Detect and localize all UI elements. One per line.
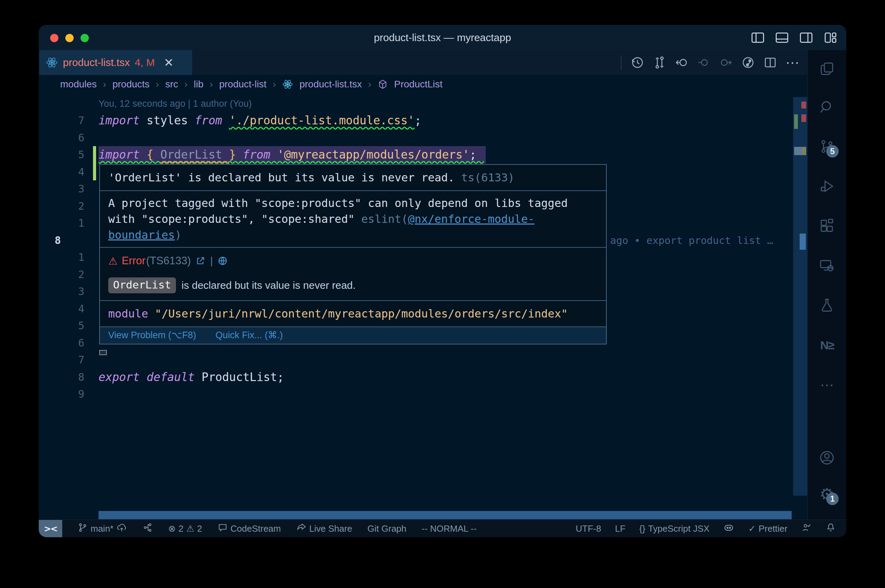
run-debug-icon[interactable]: [819, 178, 835, 195]
open-external-icon[interactable]: [195, 255, 206, 266]
error-header-row: ⚠ Error (TS6133) |: [108, 255, 598, 267]
more-actions-icon[interactable]: ⋯: [786, 56, 799, 69]
line-number: 7: [53, 351, 84, 369]
vertical-scrollbar[interactable]: [793, 97, 808, 496]
toggle-panel-icon[interactable]: [775, 32, 789, 44]
cloud-upload-icon: [116, 522, 127, 536]
layout-controls: [751, 25, 837, 50]
breadcrumb-item-product-list[interactable]: product-list: [219, 79, 266, 90]
line-number: 3: [53, 180, 84, 198]
additional-views-icon[interactable]: ⋯: [819, 376, 835, 393]
copilot-icon: [723, 522, 734, 536]
globe-icon[interactable]: [217, 255, 228, 266]
timeline-history-icon[interactable]: [631, 56, 645, 69]
git-branch-item[interactable]: main*: [77, 522, 127, 536]
line-number: 3: [53, 283, 84, 300]
breadcrumb-chevron-icon: ›: [368, 79, 371, 90]
remote-indicator[interactable]: ><: [39, 520, 62, 537]
horizontal-scrollbar[interactable]: [99, 511, 792, 519]
ruler-error-mark: [801, 114, 806, 122]
settings-badge: 1: [826, 493, 839, 505]
react-file-icon: [46, 56, 58, 69]
quick-fix-button[interactable]: Quick Fix... (⌘.): [215, 330, 283, 340]
explorer-icon[interactable]: [819, 60, 835, 77]
tab-product-list[interactable]: product-list.tsx 4, M ✕: [39, 50, 192, 75]
git-graph-item[interactable]: Git Graph: [368, 524, 407, 534]
search-icon[interactable]: [819, 99, 835, 115]
settings-gear-icon[interactable]: ⚙ 1: [819, 486, 835, 502]
close-tab-icon[interactable]: ✕: [164, 57, 174, 68]
tooltip-resize-grip[interactable]: [99, 350, 107, 355]
extensions-icon[interactable]: [819, 218, 835, 234]
customize-layout-icon[interactable]: [823, 32, 837, 44]
problems-item[interactable]: ⊗ 2 ⚠ 2: [168, 524, 202, 534]
next-change-icon[interactable]: [719, 56, 733, 69]
code-row[interactable]: 9: [39, 386, 805, 403]
nx-console-icon[interactable]: N≥: [819, 337, 835, 353]
ruler-added-mark: [794, 114, 798, 129]
editor-actions: ⋯: [621, 50, 799, 75]
tab-bar: product-list.tsx 4, M ✕ ⋯: [39, 50, 808, 75]
line-number: 2: [53, 198, 84, 215]
maximize-window-button[interactable]: [81, 34, 89, 42]
errors-icon: ⊗: [168, 524, 176, 534]
status-right: UTF-8 LF {} TypeScript JSX ✓ Prettier: [575, 522, 846, 536]
tooltip-eslint-section: A project tagged with "scope:products" c…: [100, 190, 606, 247]
eol-item[interactable]: LF: [615, 524, 625, 534]
error-label: Error: [122, 255, 146, 267]
lint-squiggle: [99, 161, 484, 164]
code-row[interactable]: 8export default ProductList;: [39, 369, 805, 386]
previous-change-icon[interactable]: [697, 56, 711, 69]
prettier-item[interactable]: ✓ Prettier: [748, 524, 787, 534]
toggle-sidebar-left-icon[interactable]: [751, 32, 765, 44]
breadcrumb-item-symbol[interactable]: ProductList: [394, 79, 443, 90]
go-back-icon[interactable]: [675, 56, 689, 69]
share-icon: [296, 522, 307, 535]
live-share-item[interactable]: Live Share: [296, 522, 352, 535]
toggle-sidebar-right-icon[interactable]: [799, 32, 813, 44]
account-icon[interactable]: [819, 450, 835, 466]
ruler-cursor-mark: [799, 234, 806, 250]
eslint-message-line2: with "scope:products", "scope:shared" es…: [108, 211, 598, 227]
module-path: "/Users/juri/nrwl/content/myreactapp/mod…: [155, 307, 568, 320]
breadcrumb-item-products[interactable]: products: [112, 79, 149, 90]
eslint-rule-link[interactable]: boundaries: [108, 228, 175, 242]
view-problem-button[interactable]: View Problem (⌥F8): [108, 330, 196, 340]
commit-graph-item[interactable]: [143, 522, 153, 535]
branch-name: main*: [90, 524, 113, 534]
source-control-icon[interactable]: 5: [819, 138, 835, 155]
line-number: 1: [53, 249, 84, 266]
remote-explorer-icon[interactable]: [819, 257, 835, 274]
code-row[interactable]: 7import styles from './product-list.modu…: [39, 112, 805, 129]
error-description-row: OrderList is declared but its value is n…: [108, 278, 598, 293]
close-window-button[interactable]: [50, 34, 59, 42]
editor-pane[interactable]: You, 12 seconds ago | 1 author (You) 7im…: [39, 94, 846, 520]
breadcrumb-item-lib[interactable]: lib: [194, 79, 204, 90]
run-graph-icon[interactable]: [741, 56, 755, 69]
compare-changes-icon[interactable]: [653, 56, 667, 69]
notifications-bell-item[interactable]: [826, 522, 836, 535]
split-editor-icon[interactable]: [763, 56, 777, 69]
eslint-rule-link[interactable]: @nx/enforce-module-: [408, 213, 535, 226]
code-row[interactable]: 6: [39, 129, 805, 147]
minimize-window-button[interactable]: [65, 34, 74, 42]
encoding-item[interactable]: UTF-8: [575, 524, 601, 534]
test-beaker-icon[interactable]: [819, 297, 835, 314]
commit-graph-icon: [143, 522, 153, 535]
check-icon: ✓: [748, 524, 756, 534]
language-mode-item[interactable]: {} TypeScript JSX: [639, 524, 709, 534]
codestream-label: CodeStream: [231, 524, 281, 534]
breadcrumb-item-file[interactable]: product-list.tsx: [299, 79, 362, 90]
breadcrumb-item-modules[interactable]: modules: [60, 79, 97, 90]
line-number: 5: [53, 146, 84, 164]
copilot-item[interactable]: [723, 522, 734, 536]
breadcrumb-chevron-icon: ›: [184, 79, 187, 90]
actions-separator: [621, 55, 622, 70]
ruler-warning-mark: [802, 147, 806, 155]
line-number: 1: [53, 214, 84, 232]
breadcrumb-item-src[interactable]: src: [165, 79, 178, 90]
feedback-item[interactable]: [801, 522, 812, 535]
code-row[interactable]: 7: [39, 351, 805, 369]
git-graph-label: Git Graph: [368, 524, 407, 534]
codestream-item[interactable]: CodeStream: [218, 522, 281, 535]
